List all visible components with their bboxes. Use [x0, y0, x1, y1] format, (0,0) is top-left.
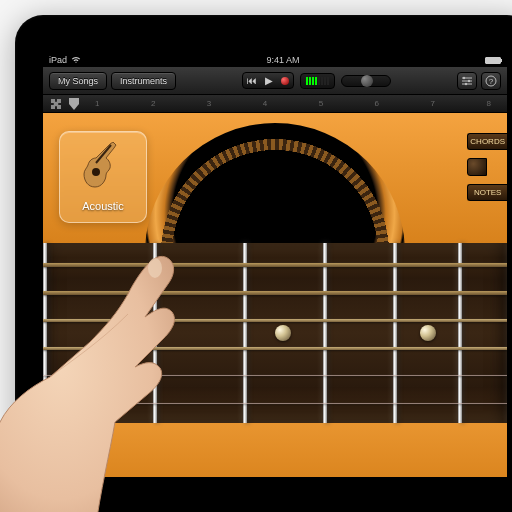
notes-tab[interactable]: NOTES — [467, 184, 507, 201]
svg-text:?: ? — [489, 77, 494, 86]
autoplay-button[interactable] — [467, 158, 487, 176]
fret — [393, 243, 397, 423]
battery-icon — [485, 57, 501, 64]
volume-knob[interactable] — [361, 75, 373, 87]
record-icon[interactable] — [281, 77, 289, 85]
my-songs-button[interactable]: My Songs — [49, 72, 107, 90]
guitar-string[interactable] — [43, 403, 507, 404]
rewind-icon[interactable]: ⏮ — [247, 75, 257, 86]
level-meter — [300, 73, 335, 89]
timeline-ruler[interactable]: 1 2 3 4 5 6 7 8 — [85, 99, 501, 108]
device-label: iPad — [49, 55, 67, 65]
svg-point-0 — [463, 76, 465, 78]
guitar-string[interactable] — [43, 319, 507, 322]
fret — [323, 243, 327, 423]
acoustic-guitar-icon — [82, 142, 124, 194]
instruments-button[interactable]: Instruments — [111, 72, 176, 90]
fret — [458, 243, 462, 423]
status-bar: iPad 9:41 AM — [43, 53, 507, 67]
transport-controls: ⏮ ▶ — [242, 72, 294, 89]
wifi-icon — [71, 56, 81, 64]
fretboard[interactable] — [43, 243, 507, 423]
clock: 9:41 AM — [266, 55, 299, 65]
chords-tab[interactable]: CHORDS — [467, 133, 507, 150]
guitar-string[interactable] — [43, 263, 507, 267]
fret — [153, 243, 157, 423]
instrument-selector[interactable]: Acoustic — [59, 131, 147, 223]
fret-marker — [420, 325, 436, 341]
play-icon[interactable]: ▶ — [265, 75, 273, 86]
track-subbar: 1 2 3 4 5 6 7 8 — [43, 95, 507, 113]
help-icon[interactable]: ? — [481, 72, 501, 90]
loop-browser-icon[interactable] — [49, 97, 63, 111]
screen: iPad 9:41 AM My Songs Instruments ⏮ ▶ — [43, 53, 507, 477]
fret-marker — [275, 325, 291, 341]
mixer-icon[interactable] — [457, 72, 477, 90]
instrument-label: Acoustic — [82, 200, 124, 212]
volume-slider[interactable] — [341, 75, 391, 87]
svg-point-5 — [92, 168, 100, 176]
guitar-body-lower — [43, 423, 507, 477]
guitar-body: Acoustic CHORDS NOTES — [43, 113, 507, 243]
playhead-icon[interactable] — [69, 98, 79, 110]
fret — [243, 243, 247, 423]
svg-point-1 — [468, 79, 470, 81]
rosette — [145, 123, 405, 243]
fret — [43, 243, 47, 423]
top-toolbar: My Songs Instruments ⏮ ▶ ? — [43, 67, 507, 95]
svg-point-2 — [465, 82, 467, 84]
guitar-string[interactable] — [43, 347, 507, 350]
ipad-device-frame: iPad 9:41 AM My Songs Instruments ⏮ ▶ — [15, 15, 512, 512]
guitar-string[interactable] — [43, 375, 507, 376]
guitar-string[interactable] — [43, 291, 507, 295]
